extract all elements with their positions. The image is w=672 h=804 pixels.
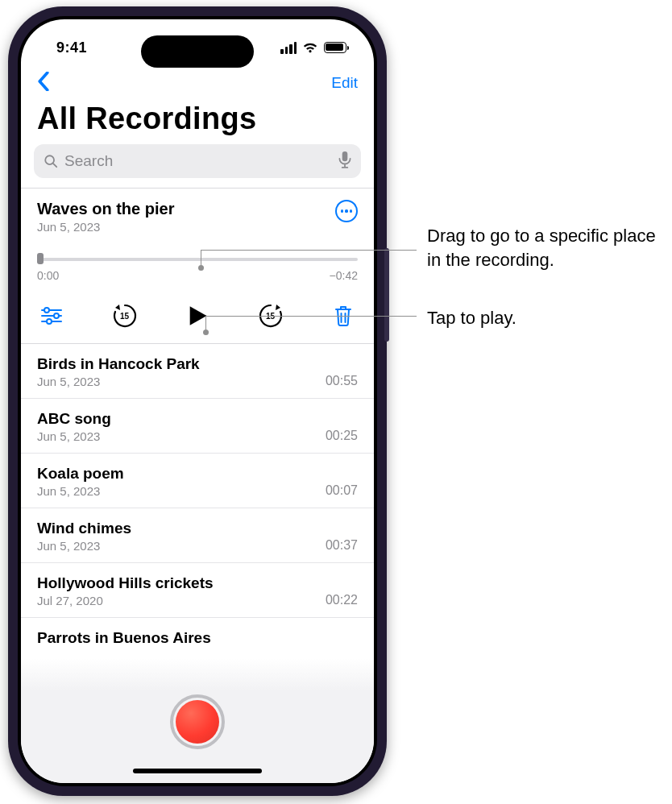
leader-dot [203, 329, 209, 335]
time-labels: 0:00 −0:42 [37, 269, 358, 282]
record-button[interactable] [170, 694, 225, 749]
iphone-frame: 9:41 Edit All Recordings Search [8, 6, 387, 796]
wifi-icon [302, 42, 318, 54]
item-title: Koala poem [37, 465, 124, 483]
skip-back-15-button[interactable]: 15 [111, 302, 139, 329]
list-item[interactable]: Koala poemJun 5, 2023 00:07 [21, 454, 374, 508]
list-item[interactable]: ABC songJun 5, 2023 00:25 [21, 399, 374, 454]
scrubber-thumb[interactable] [37, 253, 44, 264]
playback-scrubber[interactable] [37, 253, 358, 264]
battery-icon [324, 42, 346, 53]
dynamic-island [141, 35, 254, 68]
recording-title: Waves on the pier [37, 200, 174, 218]
cellular-icon [280, 42, 297, 54]
item-title: ABC song [37, 410, 111, 428]
leader-line [205, 316, 206, 330]
item-date: Jun 5, 2023 [37, 375, 200, 388]
item-duration: 00:55 [326, 374, 358, 388]
svg-point-0 [45, 155, 54, 164]
playback-controls: 15 15 [37, 301, 358, 335]
item-duration: 00:22 [326, 593, 358, 607]
item-title: Parrots in Buenos Aires [37, 629, 358, 647]
status-indicators [280, 42, 346, 54]
more-options-button[interactable] [335, 200, 358, 222]
leader-dot [198, 265, 204, 271]
expanded-recording: Waves on the pier Jun 5, 2023 0:00 −0:42 [21, 189, 374, 344]
page-title: All Recordings [21, 100, 374, 144]
callout-scrubber: Drag to go to a specific place in the re… [427, 224, 669, 271]
item-duration: 00:25 [326, 429, 358, 443]
svg-point-6 [44, 308, 49, 313]
status-time: 9:41 [56, 39, 87, 56]
callout-play: Tap to play. [427, 306, 637, 330]
edit-button[interactable]: Edit [331, 74, 358, 92]
svg-rect-2 [342, 151, 348, 161]
item-date: Jul 27, 2020 [37, 594, 214, 607]
search-icon [44, 154, 58, 168]
item-duration: 00:37 [326, 538, 358, 553]
list-item-partial[interactable]: Parrots in Buenos Aires [21, 618, 374, 647]
item-duration: 00:07 [326, 483, 358, 498]
leader-line [201, 250, 201, 266]
bezel: 9:41 Edit All Recordings Search [18, 16, 377, 786]
search-input[interactable]: Search [34, 144, 361, 178]
remaining-time: −0:42 [330, 269, 358, 282]
record-footer [21, 658, 374, 783]
item-date: Jun 5, 2023 [37, 429, 111, 443]
screen: 9:41 Edit All Recordings Search [21, 19, 374, 783]
elapsed-time: 0:00 [37, 269, 59, 282]
nav-bar: Edit [21, 66, 374, 100]
item-title: Hollywood Hills crickets [37, 574, 214, 592]
skip-back-amount: 15 [111, 302, 139, 329]
list-item[interactable]: Birds in Hancock ParkJun 5, 2023 00:55 [21, 344, 374, 399]
back-button[interactable] [37, 72, 50, 94]
search-wrap: Search [21, 144, 374, 184]
recording-date: Jun 5, 2023 [37, 220, 174, 234]
item-date: Jun 5, 2023 [37, 539, 131, 553]
side-button [384, 248, 389, 342]
search-placeholder: Search [64, 152, 332, 170]
list-item[interactable]: Hollywood Hills cricketsJul 27, 2020 00:… [21, 563, 374, 618]
list-item[interactable]: Wind chimesJun 5, 2023 00:37 [21, 508, 374, 563]
item-date: Jun 5, 2023 [37, 484, 124, 498]
leader-line [205, 316, 417, 317]
options-slider-button[interactable] [37, 301, 66, 330]
leader-line [201, 250, 417, 251]
home-indicator[interactable] [133, 769, 262, 773]
dictate-button[interactable] [338, 151, 351, 172]
item-title: Birds in Hancock Park [37, 355, 200, 373]
item-title: Wind chimes [37, 520, 131, 537]
recordings-list: Birds in Hancock ParkJun 5, 2023 00:55 A… [21, 344, 374, 647]
scrubber-track [37, 258, 358, 261]
svg-line-1 [53, 164, 56, 167]
svg-point-7 [54, 313, 59, 318]
svg-point-8 [47, 319, 52, 324]
